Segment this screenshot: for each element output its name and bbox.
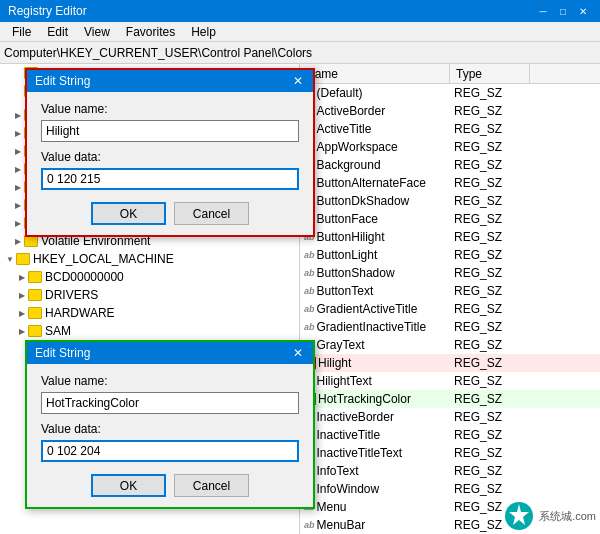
menu-help[interactable]: Help	[183, 23, 224, 41]
arrow-icon: ▶	[16, 271, 28, 283]
arrow-icon: ▶	[12, 127, 24, 139]
minimize-button[interactable]: ─	[534, 3, 552, 19]
ok-button[interactable]: OK	[91, 202, 166, 225]
menu-bar: File Edit View Favorites Help	[0, 22, 600, 42]
ab-icon: ab	[304, 250, 315, 260]
arrow-icon: ▶	[12, 145, 24, 157]
tree-label: HKEY_LOCAL_MACHINE	[33, 252, 174, 266]
tree-label: SAM	[45, 324, 71, 338]
tree-label: DRIVERS	[45, 288, 98, 302]
arrow-icon: ▶	[16, 289, 28, 301]
dialog-title-text: Edit String	[35, 346, 90, 360]
value-data-label: Value data:	[41, 422, 299, 436]
title-bar: Registry Editor ─ □ ✕	[0, 0, 600, 22]
value-data-input[interactable]	[41, 168, 299, 190]
ab-icon: ab	[304, 286, 315, 296]
tree-label: BCD00000000	[45, 270, 124, 284]
list-item[interactable]: abActiveTitle REG_SZ	[300, 120, 600, 138]
list-item[interactable]: abGradientActiveTitle REG_SZ	[300, 300, 600, 318]
registry-editor-window: Registry Editor ─ □ ✕ File Edit View Fav…	[0, 0, 600, 534]
value-data-input[interactable]	[41, 440, 299, 462]
registry-list-panel: Name Type ab(Default) REG_SZ abActiveBor…	[300, 64, 600, 534]
dialog-close-button[interactable]: ✕	[291, 346, 305, 360]
folder-icon	[28, 307, 42, 319]
ab-icon: ab	[304, 268, 315, 278]
arrow-icon: ▶	[12, 235, 24, 247]
list-item[interactable]: abButtonAlternateFace REG_SZ	[300, 174, 600, 192]
list-header: Name Type	[300, 64, 600, 84]
folder-icon	[28, 271, 42, 283]
dialog-title-text: Edit String	[35, 74, 90, 88]
value-name-label: Value name:	[41, 374, 299, 388]
folder-icon	[16, 253, 30, 265]
value-name-input[interactable]	[41, 120, 299, 142]
list-item[interactable]: ab(Default) REG_SZ	[300, 84, 600, 102]
ab-icon: ab	[304, 520, 315, 530]
tree-item-hardware[interactable]: ▶ HARDWARE	[0, 304, 299, 322]
list-item-button-shadow[interactable]: abButtonShadow REG_SZ	[300, 264, 600, 282]
column-name-header: Name	[300, 64, 450, 83]
watermark: 系统城.com	[503, 500, 596, 532]
list-item[interactable]: abGradientInactiveTitle REG_SZ	[300, 318, 600, 336]
arrow-icon: ▶	[12, 199, 24, 211]
ab-icon: ab	[304, 304, 315, 314]
arrow-icon: ▼	[4, 253, 16, 265]
list-item[interactable]: abHilightText REG_SZ	[300, 372, 600, 390]
list-item-background[interactable]: abBackground REG_SZ	[300, 156, 600, 174]
title-bar-buttons: ─ □ ✕	[534, 3, 592, 19]
column-type-header: Type	[450, 64, 530, 83]
watermark-logo	[503, 500, 535, 532]
dialog-title-bar: Edit String ✕	[27, 70, 313, 92]
close-button[interactable]: ✕	[574, 3, 592, 19]
cancel-button[interactable]: Cancel	[174, 474, 249, 497]
arrow-icon: ▶	[12, 217, 24, 229]
menu-favorites[interactable]: Favorites	[118, 23, 183, 41]
value-name-label: Value name:	[41, 102, 299, 116]
dialog-hilight: Edit String ✕ Value name: Value data: OK…	[25, 68, 315, 237]
list-item[interactable]: abButtonHilight REG_SZ	[300, 228, 600, 246]
address-bar: Computer\HKEY_CURRENT_USER\Control Panel…	[0, 42, 600, 64]
title-bar-text: Registry Editor	[8, 4, 87, 18]
ok-button[interactable]: OK	[91, 474, 166, 497]
list-item[interactable]: abInfoText REG_SZ	[300, 462, 600, 480]
list-item[interactable]: abActiveBorder REG_SZ	[300, 102, 600, 120]
list-item[interactable]: abGrayText REG_SZ	[300, 336, 600, 354]
tree-item-drivers[interactable]: ▶ DRIVERS	[0, 286, 299, 304]
list-item[interactable]: abButtonFace REG_SZ	[300, 210, 600, 228]
list-item-hilight[interactable]: Hilight REG_SZ	[300, 354, 600, 372]
arrow-icon: ▶	[12, 163, 24, 175]
dialog-buttons: OK Cancel	[41, 474, 299, 497]
arrow-icon: ▶	[16, 307, 28, 319]
dialog-close-button[interactable]: ✕	[291, 74, 305, 88]
tree-item-bcd[interactable]: ▶ BCD00000000	[0, 268, 299, 286]
watermark-text: 系统城.com	[539, 509, 596, 524]
dialog-buttons: OK Cancel	[41, 202, 299, 225]
list-item[interactable]: abInfoWindow REG_SZ	[300, 480, 600, 498]
list-item[interactable]: abButtonDkShadow REG_SZ	[300, 192, 600, 210]
dialog-content: Value name: Value data: OK Cancel	[27, 364, 313, 507]
list-item[interactable]: abAppWorkspace REG_SZ	[300, 138, 600, 156]
folder-icon	[28, 289, 42, 301]
list-item[interactable]: abButtonLight REG_SZ	[300, 246, 600, 264]
arrow-icon: ▶	[12, 181, 24, 193]
tree-label: HARDWARE	[45, 306, 115, 320]
list-item-hot-tracking[interactable]: HotTrackingColor REG_SZ	[300, 390, 600, 408]
address-text: Computer\HKEY_CURRENT_USER\Control Panel…	[4, 46, 312, 60]
ab-icon: ab	[304, 322, 315, 332]
menu-file[interactable]: File	[4, 23, 39, 41]
tree-item-sam[interactable]: ▶ SAM	[0, 322, 299, 340]
maximize-button[interactable]: □	[554, 3, 572, 19]
menu-edit[interactable]: Edit	[39, 23, 76, 41]
list-item[interactable]: abInactiveTitleText REG_SZ	[300, 444, 600, 462]
list-item[interactable]: abButtonText REG_SZ	[300, 282, 600, 300]
arrow-icon: ▶	[12, 109, 24, 121]
dialog-title-bar: Edit String ✕	[27, 342, 313, 364]
list-item[interactable]: abInactiveTitle REG_SZ	[300, 426, 600, 444]
dialog-hot-tracking: Edit String ✕ Value name: Value data: OK…	[25, 340, 315, 509]
tree-item-hklm[interactable]: ▼ HKEY_LOCAL_MACHINE	[0, 250, 299, 268]
menu-view[interactable]: View	[76, 23, 118, 41]
value-name-input[interactable]	[41, 392, 299, 414]
arrow-icon: ▶	[16, 325, 28, 337]
cancel-button[interactable]: Cancel	[174, 202, 249, 225]
list-item[interactable]: abInactiveBorder REG_SZ	[300, 408, 600, 426]
